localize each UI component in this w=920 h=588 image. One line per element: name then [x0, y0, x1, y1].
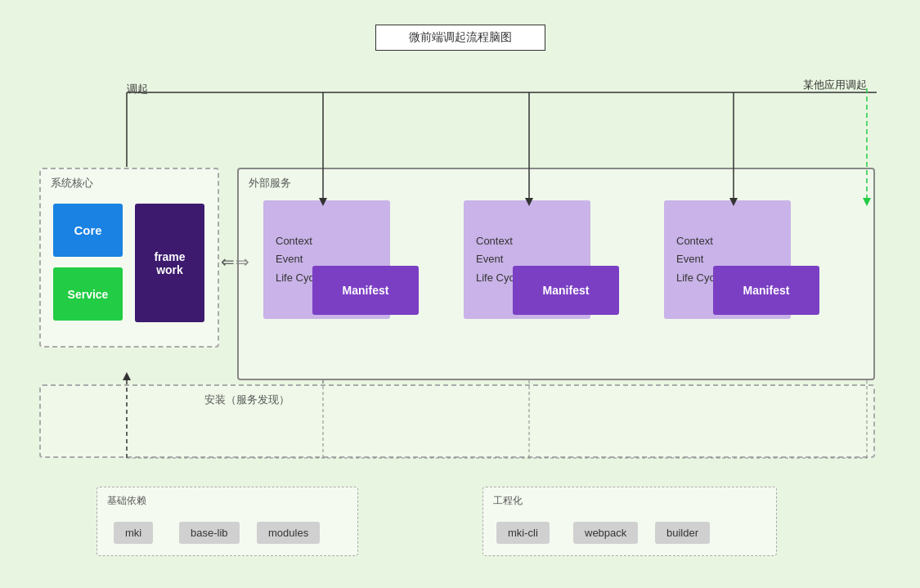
engineering-label: 工程化: [493, 494, 523, 508]
micro-app-1-context: Context: [276, 232, 378, 250]
external-services-box: 外部服务 Context Event Life Cycle Manifest C…: [237, 168, 875, 380]
micro-app-1: Context Event Life Cycle Manifest: [263, 200, 435, 364]
label-other-diaqi: 某他应用调起: [803, 78, 867, 92]
pill-modules: modules: [257, 522, 320, 544]
micro-app-2-context: Context: [476, 232, 578, 250]
foundation-box: 基础依赖 mki base-lib modules: [96, 487, 358, 556]
title-text: 微前端调起流程脑图: [409, 30, 512, 43]
diagram-container: 微前端调起流程脑图 调起 某他应用调起 系统核心 Core Service fr…: [0, 0, 920, 588]
micro-app-3-context: Context: [676, 232, 779, 250]
engineering-box: 工程化 mki-cli webpack builder: [482, 487, 777, 556]
pill-builder: builder: [655, 522, 710, 544]
external-services-label: 外部服务: [249, 176, 291, 191]
framework-button: framework: [135, 204, 204, 322]
pill-mkicli: mki-cli: [496, 522, 550, 544]
service-button: Service: [53, 267, 123, 321]
micro-app-1-manifest: Manifest: [312, 266, 419, 315]
pill-mki: mki: [114, 522, 153, 544]
micro-app-2: Context Event Life Cycle Manifest: [464, 200, 635, 364]
svg-marker-9: [123, 372, 131, 380]
install-label: 安装（服务发现）: [204, 393, 289, 407]
system-core-label: 系统核心: [51, 176, 93, 191]
install-box: 安装（服务发现）: [39, 384, 875, 458]
pill-webpack: webpack: [573, 522, 638, 544]
core-button: Core: [53, 204, 123, 257]
micro-app-3: Context Event Life Cycle Manifest: [664, 200, 836, 364]
micro-app-3-manifest: Manifest: [713, 266, 819, 315]
system-core-box: 系统核心 Core Service framework: [39, 168, 219, 348]
micro-app-2-manifest: Manifest: [513, 266, 619, 315]
pill-baselib: base-lib: [179, 522, 240, 544]
foundation-label: 基础依赖: [107, 494, 146, 508]
label-diaqi: 调起: [127, 82, 148, 97]
title-box: 微前端调起流程脑图: [375, 25, 545, 51]
